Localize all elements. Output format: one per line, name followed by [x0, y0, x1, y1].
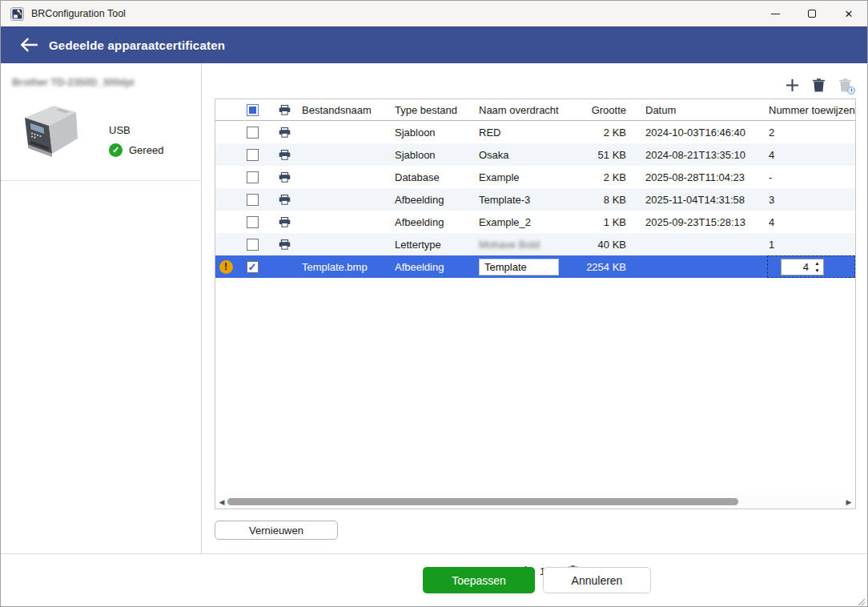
number-spinner[interactable]: 4▲▼ — [781, 259, 824, 275]
cell-type: Sjabloon — [395, 127, 479, 139]
cell-transfer-name: Template-3 — [479, 194, 581, 206]
printer-icon — [279, 217, 291, 227]
title-bar: BRConfiguration Tool ✕ — [1, 1, 867, 26]
delete-file-button[interactable] — [810, 77, 826, 93]
cell-number: 2 — [767, 121, 855, 143]
app-window: BRConfiguration Tool ✕ Gedeelde apparaat… — [0, 0, 868, 607]
table-row[interactable]: AfbeeldingTemplate-38 KB2025-11-04T14:31… — [215, 188, 855, 211]
cell-filename: Template.bmp — [300, 261, 395, 273]
table-row[interactable]: !✓Template.bmpAfbeeldingTemplate2254 KB4… — [215, 255, 855, 278]
device-name: Brother TD-2350D_300dpi — [12, 77, 135, 88]
cell-type: Database — [395, 171, 479, 183]
cell-size: 1 KB — [581, 216, 645, 228]
cell-transfer-name: Example — [479, 171, 581, 183]
row-checkbox[interactable] — [247, 194, 259, 206]
page-header: Gedeelde apparaatcertificaten — [1, 26, 867, 63]
row-checkbox[interactable] — [247, 149, 259, 161]
cell-size: 2 KB — [581, 171, 645, 183]
minimize-icon — [771, 14, 780, 14]
spinner-down-icon[interactable]: ▼ — [811, 267, 823, 275]
cell-number: 3 — [767, 188, 855, 211]
scrollbar-thumb[interactable] — [227, 498, 738, 505]
connection-label: USB — [109, 124, 131, 136]
cell-date: 2024-10-03T16:46:40 — [645, 127, 767, 139]
plus-icon — [786, 78, 799, 92]
scroll-left-arrow[interactable]: ◀ — [216, 498, 227, 506]
row-checkbox[interactable] — [247, 171, 259, 183]
close-icon: ✕ — [845, 8, 854, 20]
add-file-button[interactable] — [784, 77, 800, 93]
cell-number: 1 — [767, 233, 855, 255]
row-checkbox[interactable] — [247, 216, 259, 228]
minimize-button[interactable] — [757, 1, 794, 26]
cell-number: 4▲▼ — [767, 255, 855, 278]
cell-date: 2025-11-04T14:31:58 — [645, 194, 767, 206]
column-header-grootte[interactable]: Grootte — [581, 104, 645, 116]
cell-type: Afbeelding — [395, 261, 479, 273]
cell-type: Lettertype — [395, 239, 479, 251]
clock-badge-icon — [847, 86, 855, 94]
cell-number: 4 — [767, 143, 855, 166]
table-row[interactable]: SjabloonOsaka51 KB2024-08-21T13:35:104 — [215, 143, 855, 166]
printer-icon — [279, 239, 291, 250]
table-row[interactable]: SjabloonRED2 KB2024-10-03T16:46:402 — [215, 121, 855, 143]
row-checkbox[interactable] — [247, 239, 259, 251]
cell-transfer-name: RED — [479, 127, 581, 139]
cell-size: 51 KB — [581, 149, 645, 161]
resize-grip[interactable] — [858, 598, 866, 606]
file-toolbar — [784, 77, 853, 93]
apply-button[interactable]: Toepassen — [423, 567, 535, 593]
cell-type: Afbeelding — [395, 216, 479, 228]
column-header-naam-overdracht[interactable]: Naam overdracht — [479, 104, 581, 116]
status-ready-icon: ✓ — [109, 143, 123, 157]
trash-icon — [813, 78, 825, 92]
select-all-checkbox[interactable] — [247, 104, 259, 116]
row-checkbox[interactable] — [247, 127, 259, 139]
maximize-button[interactable] — [794, 1, 830, 26]
table-header-row: Bestandsnaam Type bestand Naam overdrach… — [215, 99, 855, 121]
page-title: Gedeelde apparaatcertificaten — [49, 38, 225, 52]
cell-transfer-name: Osaka — [479, 149, 581, 161]
column-header-type-bestand[interactable]: Type bestand — [395, 104, 479, 116]
cell-date: 2025-09-23T15:28:13 — [645, 216, 767, 228]
printer-column-icon — [279, 105, 291, 115]
cell-size: 40 KB — [581, 239, 645, 251]
table-row[interactable]: LettertypeMohave Bold40 KB1 — [215, 233, 855, 255]
transfer-name-input[interactable]: Template — [479, 259, 559, 275]
delete-scheduled-button-disabled[interactable] — [837, 77, 853, 93]
printer-icon — [279, 150, 291, 160]
table-row[interactable]: DatabaseExample2 KB2025-08-28T11:04:23- — [215, 166, 855, 188]
column-header-bestandsnaam[interactable]: Bestandsnaam — [300, 104, 395, 116]
spinner-up-icon[interactable]: ▲ — [811, 259, 823, 267]
warning-icon: ! — [219, 260, 233, 274]
main-panel: Bestandsnaam Type bestand Naam overdrach… — [203, 63, 868, 553]
cell-transfer-name: Template — [479, 259, 581, 275]
cell-transfer-name: Mohave Bold — [479, 239, 581, 251]
status-label: Gereed — [129, 144, 163, 156]
printer-icon — [279, 195, 291, 205]
sidebar: Brother TD-2350D_300dpi USB ✓ Gereed — [1, 63, 202, 553]
cell-date: 2025-08-28T11:04:23 — [645, 171, 767, 183]
scrollbar-track[interactable] — [227, 498, 843, 505]
device-card[interactable]: USB ✓ Gereed — [1, 90, 202, 181]
cell-number: - — [767, 166, 855, 188]
app-icon — [10, 7, 24, 21]
cell-transfer-name: Example_2 — [479, 216, 581, 228]
cell-size: 2254 KB — [581, 261, 645, 273]
cell-size: 2 KB — [581, 127, 645, 139]
back-button[interactable] — [17, 33, 41, 57]
column-header-datum[interactable]: Datum — [645, 104, 767, 116]
scroll-right-arrow[interactable]: ▶ — [843, 498, 854, 506]
column-header-nummer-toewijzen[interactable]: Nummer toewijzen — [767, 99, 855, 120]
horizontal-scrollbar[interactable]: ◀ ▶ — [216, 496, 854, 508]
close-button[interactable]: ✕ — [830, 1, 867, 26]
cancel-button[interactable]: Annuleren — [543, 567, 651, 593]
cell-size: 8 KB — [581, 194, 645, 206]
refresh-button[interactable]: Vernieuwen — [215, 521, 338, 540]
cell-date: 2024-08-21T13:35:10 — [645, 149, 767, 161]
cell-type: Sjabloon — [395, 149, 479, 161]
row-checkbox[interactable]: ✓ — [247, 261, 259, 273]
printer-icon — [279, 172, 291, 183]
printer-image — [10, 95, 82, 163]
table-row[interactable]: AfbeeldingExample_21 KB2025-09-23T15:28:… — [215, 211, 855, 233]
